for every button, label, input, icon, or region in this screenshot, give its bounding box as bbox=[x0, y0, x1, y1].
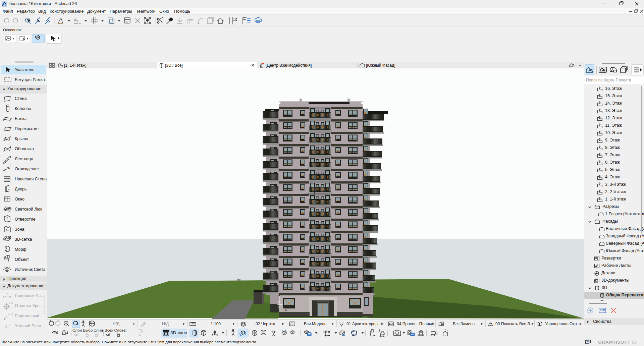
svg-text:12: 12 bbox=[125, 20, 128, 23]
svg-text:y: y bbox=[278, 299, 280, 303]
svg-text:1.2: 1.2 bbox=[7, 292, 11, 295]
svg-text:1.2: 1.2 bbox=[9, 301, 13, 304]
svg-text:y: y bbox=[278, 305, 280, 309]
svg-text:α: α bbox=[9, 323, 10, 327]
svg-text:z: z bbox=[278, 292, 280, 296]
svg-text:1.2: 1.2 bbox=[8, 312, 13, 315]
svg-text:x: x bbox=[285, 307, 287, 311]
